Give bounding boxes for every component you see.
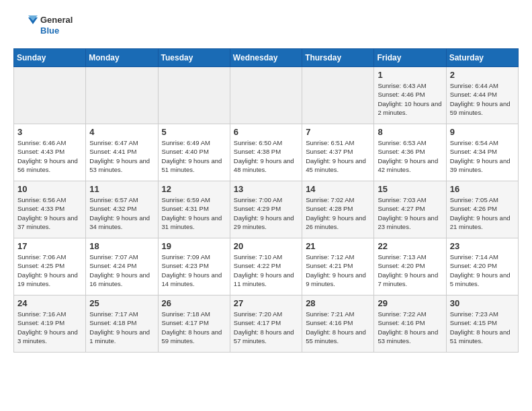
day-info: Sunrise: 6:53 AMSunset: 4:36 PMDaylight:… [378,138,442,174]
day-number: 8 [378,127,442,137]
calendar-day-cell: 20 Sunrise: 7:10 AMSunset: 4:22 PMDaylig… [230,238,302,295]
calendar-day-cell: 17 Sunrise: 7:06 AMSunset: 4:25 PMDaylig… [14,238,86,295]
day-number: 22 [378,241,442,251]
calendar-day-cell: 23 Sunrise: 7:14 AMSunset: 4:20 PMDaylig… [446,238,518,295]
calendar-day-cell: 26 Sunrise: 7:18 AMSunset: 4:17 PMDaylig… [158,295,230,353]
calendar-day-cell: 8 Sunrise: 6:53 AMSunset: 4:36 PMDayligh… [374,124,446,181]
calendar-day-cell: 25 Sunrise: 7:17 AMSunset: 4:18 PMDaylig… [86,295,158,353]
day-number: 13 [234,184,298,194]
calendar-day-cell [14,67,86,124]
day-info: Sunrise: 6:47 AMSunset: 4:41 PMDaylight:… [89,138,154,174]
weekday-header-tuesday: Tuesday [158,49,230,67]
day-number: 4 [89,127,154,137]
calendar-day-cell: 7 Sunrise: 6:51 AMSunset: 4:37 PMDayligh… [302,124,374,181]
day-info: Sunrise: 6:57 AMSunset: 4:32 PMDaylight:… [89,195,154,231]
calendar-day-cell: 29 Sunrise: 7:22 AMSunset: 4:16 PMDaylig… [374,295,446,353]
day-info: Sunrise: 6:59 AMSunset: 4:31 PMDaylight:… [162,195,226,231]
calendar-week-row: 17 Sunrise: 7:06 AMSunset: 4:25 PMDaylig… [14,238,519,295]
day-info: Sunrise: 6:43 AMSunset: 4:46 PMDaylight:… [378,81,442,117]
day-info: Sunrise: 7:10 AMSunset: 4:22 PMDaylight:… [234,253,298,288]
day-info: Sunrise: 7:20 AMSunset: 4:17 PMDaylight:… [234,310,298,345]
weekday-header-saturday: Saturday [446,49,518,67]
calendar-day-cell: 24 Sunrise: 7:16 AMSunset: 4:19 PMDaylig… [14,295,86,353]
calendar-week-row: 1 Sunrise: 6:43 AMSunset: 4:46 PMDayligh… [14,67,519,124]
calendar-day-cell [86,67,158,124]
weekday-header-wednesday: Wednesday [230,49,302,67]
calendar-day-cell: 9 Sunrise: 6:54 AMSunset: 4:34 PMDayligh… [446,124,518,181]
calendar-day-cell: 13 Sunrise: 7:00 AMSunset: 4:29 PMDaylig… [230,181,302,238]
day-info: Sunrise: 7:18 AMSunset: 4:17 PMDaylight:… [162,310,226,345]
day-number: 27 [234,298,298,308]
calendar-day-cell: 4 Sunrise: 6:47 AMSunset: 4:41 PMDayligh… [86,124,158,181]
calendar-day-cell: 12 Sunrise: 6:59 AMSunset: 4:31 PMDaylig… [158,181,230,238]
day-number: 3 [17,127,82,137]
day-number: 10 [17,184,82,194]
calendar-day-cell: 16 Sunrise: 7:05 AMSunset: 4:26 PMDaylig… [446,181,518,238]
calendar-day-cell [230,67,302,124]
logo-bird-icon [13,13,38,38]
day-number: 15 [378,184,442,194]
day-info: Sunrise: 7:16 AMSunset: 4:19 PMDaylight:… [17,310,82,345]
day-number: 5 [162,127,226,137]
day-info: Sunrise: 6:51 AMSunset: 4:37 PMDaylight:… [306,138,370,174]
day-info: Sunrise: 6:56 AMSunset: 4:33 PMDaylight:… [17,195,82,231]
day-info: Sunrise: 7:12 AMSunset: 4:21 PMDaylight:… [306,253,370,288]
day-number: 30 [450,298,515,308]
calendar-day-cell: 11 Sunrise: 6:57 AMSunset: 4:32 PMDaylig… [86,181,158,238]
day-info: Sunrise: 7:03 AMSunset: 4:27 PMDaylight:… [378,195,442,231]
day-info: Sunrise: 7:21 AMSunset: 4:16 PMDaylight:… [306,310,370,345]
logo-container: General Blue [13,13,73,38]
calendar-day-cell: 5 Sunrise: 6:49 AMSunset: 4:40 PMDayligh… [158,124,230,181]
logo-text: General Blue [40,15,73,36]
day-info: Sunrise: 7:00 AMSunset: 4:29 PMDaylight:… [234,195,298,231]
day-number: 6 [234,127,298,137]
calendar-week-row: 3 Sunrise: 6:46 AMSunset: 4:43 PMDayligh… [14,124,519,181]
day-info: Sunrise: 7:02 AMSunset: 4:28 PMDaylight:… [306,195,370,231]
logo-blue: Blue [40,26,73,36]
weekday-header-monday: Monday [86,49,158,67]
day-number: 23 [450,241,515,251]
day-info: Sunrise: 7:06 AMSunset: 4:25 PMDaylight:… [17,253,82,288]
calendar-day-cell: 1 Sunrise: 6:43 AMSunset: 4:46 PMDayligh… [374,67,446,124]
calendar-day-cell: 6 Sunrise: 6:50 AMSunset: 4:38 PMDayligh… [230,124,302,181]
logo-general: General [40,15,73,26]
calendar-table: SundayMondayTuesdayWednesdayThursdayFrid… [13,48,519,353]
day-info: Sunrise: 6:49 AMSunset: 4:40 PMDaylight:… [162,138,226,174]
calendar-body: 1 Sunrise: 6:43 AMSunset: 4:46 PMDayligh… [14,67,519,353]
day-number: 25 [89,298,154,308]
day-number: 26 [162,298,226,308]
day-number: 21 [306,241,370,251]
day-number: 7 [306,127,370,137]
day-info: Sunrise: 7:13 AMSunset: 4:20 PMDaylight:… [378,253,442,288]
day-info: Sunrise: 7:14 AMSunset: 4:20 PMDaylight:… [450,253,515,288]
logo: General Blue [13,13,73,38]
day-info: Sunrise: 6:50 AMSunset: 4:38 PMDaylight:… [234,138,298,174]
weekday-header-thursday: Thursday [302,49,374,67]
calendar-day-cell: 19 Sunrise: 7:09 AMSunset: 4:23 PMDaylig… [158,238,230,295]
calendar-day-cell: 3 Sunrise: 6:46 AMSunset: 4:43 PMDayligh… [14,124,86,181]
calendar-day-cell [158,67,230,124]
day-info: Sunrise: 7:07 AMSunset: 4:24 PMDaylight:… [89,253,154,288]
calendar-day-cell: 18 Sunrise: 7:07 AMSunset: 4:24 PMDaylig… [86,238,158,295]
weekday-header-sunday: Sunday [14,49,86,67]
page-header: General Blue [13,13,519,38]
day-info: Sunrise: 7:05 AMSunset: 4:26 PMDaylight:… [450,195,515,231]
calendar-day-cell: 28 Sunrise: 7:21 AMSunset: 4:16 PMDaylig… [302,295,374,353]
day-number: 9 [450,127,515,137]
day-number: 2 [450,70,515,80]
calendar-day-cell: 22 Sunrise: 7:13 AMSunset: 4:20 PMDaylig… [374,238,446,295]
calendar-day-cell: 27 Sunrise: 7:20 AMSunset: 4:17 PMDaylig… [230,295,302,353]
day-info: Sunrise: 6:54 AMSunset: 4:34 PMDaylight:… [450,138,515,174]
day-number: 12 [162,184,226,194]
calendar-day-cell: 21 Sunrise: 7:12 AMSunset: 4:21 PMDaylig… [302,238,374,295]
day-number: 19 [162,241,226,251]
calendar-day-cell: 14 Sunrise: 7:02 AMSunset: 4:28 PMDaylig… [302,181,374,238]
day-number: 20 [234,241,298,251]
calendar-week-row: 24 Sunrise: 7:16 AMSunset: 4:19 PMDaylig… [14,295,519,353]
calendar-week-row: 10 Sunrise: 6:56 AMSunset: 4:33 PMDaylig… [14,181,519,238]
day-info: Sunrise: 6:46 AMSunset: 4:43 PMDaylight:… [17,138,82,174]
calendar-day-cell: 2 Sunrise: 6:44 AMSunset: 4:44 PMDayligh… [446,67,518,124]
day-info: Sunrise: 7:22 AMSunset: 4:16 PMDaylight:… [378,310,442,345]
day-info: Sunrise: 7:17 AMSunset: 4:18 PMDaylight:… [89,310,154,345]
day-info: Sunrise: 7:23 AMSunset: 4:15 PMDaylight:… [450,310,515,345]
